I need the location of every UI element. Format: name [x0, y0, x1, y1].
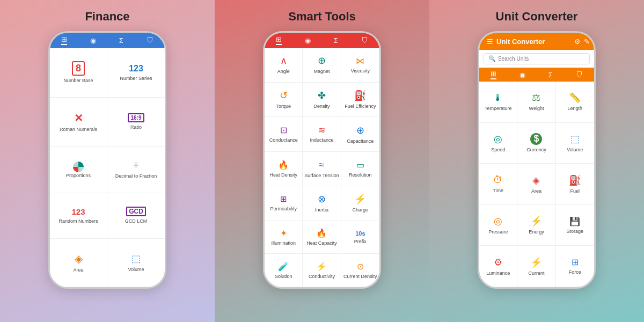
list-item[interactable]: 10s Prefix: [341, 221, 379, 254]
torque-label: Torque: [276, 104, 291, 109]
viscosity-icon: ⋈: [356, 56, 364, 66]
speed-icon: ◎: [494, 133, 502, 145]
volume-label: Volume: [128, 267, 144, 273]
unit-converter-section: Unit Converter ☰ Unit Converter ⚙ ✎ 🔍 ⊞ …: [429, 0, 644, 322]
weight-icon: ⚖: [532, 92, 540, 104]
list-item[interactable]: ⊗ Inertia: [303, 186, 341, 221]
list-item[interactable]: ◎ Pressure: [479, 205, 517, 246]
subtab-compass[interactable]: ◉: [519, 71, 525, 79]
list-item[interactable]: 123 Random Numbers: [50, 193, 107, 238]
list-item[interactable]: ⚙ Luminance: [479, 246, 517, 287]
list-item[interactable]: $ Currency: [517, 123, 555, 164]
inductance-icon: ≋: [318, 125, 325, 135]
prefix-label: Prefix: [354, 239, 367, 245]
list-item[interactable]: ◈ Area: [50, 239, 107, 287]
list-item[interactable]: ▭ Resolution: [341, 152, 379, 186]
list-item[interactable]: ✦ Illumination: [265, 221, 303, 254]
list-item[interactable]: ◎ Speed: [479, 123, 517, 164]
fuel-icon: ⛽: [569, 174, 581, 186]
list-item[interactable]: 📏 Length: [556, 82, 594, 123]
list-item[interactable]: ⚡ Conductivity: [303, 254, 341, 287]
list-item[interactable]: ◈ Area: [517, 164, 555, 205]
list-item[interactable]: ⚡ Current: [517, 246, 555, 287]
number-base-icon: 8: [72, 61, 85, 76]
list-item[interactable]: ⊞ Permeability: [265, 186, 303, 221]
volume-icon-uc: ⬚: [570, 133, 580, 145]
list-item[interactable]: ⊕ Capacitance: [341, 117, 379, 152]
list-item[interactable]: GCD GCD LCM: [107, 193, 165, 238]
temperature-label: Temperature: [485, 106, 512, 112]
heat-capacity-icon: 🔥: [316, 228, 327, 238]
energy-icon: ⚡: [530, 215, 542, 227]
list-item[interactable]: 🔥 Heat Density: [265, 152, 303, 186]
list-item[interactable]: ⊙ Current Density: [341, 254, 379, 287]
temperature-icon: 🌡: [493, 92, 503, 104]
list-item[interactable]: ÷ Decimal to Fraction: [107, 147, 165, 193]
list-item[interactable]: ⛽ Fuel Efficiency: [341, 83, 379, 118]
list-item[interactable]: 🧪 Solution: [265, 254, 303, 287]
list-item[interactable]: 123 Number Series: [107, 48, 165, 98]
list-item[interactable]: ⚡ Energy: [517, 205, 555, 246]
ratio-icon: 16:9: [128, 113, 144, 122]
decimal-fraction-icon: ÷: [134, 160, 139, 171]
random-numbers-label: Random Numbers: [58, 218, 98, 224]
list-item[interactable]: 8 Number Base: [50, 48, 107, 98]
edit-icon[interactable]: ✎: [584, 38, 590, 46]
settings-icon[interactable]: ⚙: [574, 38, 581, 46]
list-item[interactable]: 16:9 Ratio: [107, 98, 165, 146]
unit-converter-phone: ☰ Unit Converter ⚙ ✎ 🔍 ⊞ ◉ Σ ⛉ 🌡 Tempera…: [478, 31, 596, 289]
search-input[interactable]: [498, 56, 585, 62]
illumination-icon: ✦: [280, 228, 287, 238]
list-item[interactable]: 🔥 Heat Capacity: [303, 221, 341, 254]
list-item[interactable]: ⬚ Volume: [107, 239, 165, 287]
search-bar[interactable]: 🔍: [484, 53, 590, 64]
charge-icon: ⚡: [354, 193, 366, 205]
list-item[interactable]: ≋ Inductance: [303, 117, 341, 152]
tab-grid-2[interactable]: ⊞: [276, 35, 282, 45]
angle-label: Angle: [277, 69, 290, 75]
resolution-icon: ▭: [356, 160, 364, 170]
list-item[interactable]: ⚡ Charge: [341, 186, 379, 221]
list-item[interactable]: ∧ Angle: [265, 48, 303, 83]
subtab-sigma[interactable]: Σ: [548, 71, 553, 79]
subtab-grid[interactable]: ⊞: [491, 70, 496, 79]
number-series-icon: 123: [129, 64, 143, 74]
list-item[interactable]: ⬚ Volume: [556, 123, 594, 164]
list-item[interactable]: ⊕ Magnet: [303, 48, 341, 83]
list-item[interactable]: ⋈ Viscosity: [341, 48, 379, 83]
list-item[interactable]: ⛽ Fuel: [556, 164, 594, 205]
list-item[interactable]: 💾 Storage: [556, 205, 594, 246]
volume-icon: ⬚: [131, 253, 141, 265]
list-item[interactable]: ✤ Density: [303, 83, 341, 118]
tab-sigma[interactable]: Σ: [119, 36, 123, 45]
time-icon: ⏱: [493, 174, 503, 186]
tab-bank[interactable]: ⛉: [147, 36, 153, 45]
list-item[interactable]: ↺ Torque: [265, 83, 303, 118]
menu-icon[interactable]: ☰: [487, 38, 493, 46]
list-item[interactable]: ⊡ Conductance: [265, 117, 303, 152]
tab-bank-2[interactable]: ⛉: [361, 36, 368, 45]
tab-grid[interactable]: ⊞: [61, 35, 67, 45]
surface-tension-label: Surface Tension: [304, 173, 339, 179]
list-item[interactable]: ≈ Surface Tension: [303, 152, 341, 186]
pressure-icon: ◎: [494, 215, 502, 227]
subtab-bank[interactable]: ⛉: [576, 71, 583, 79]
tab-compass-2[interactable]: ◉: [305, 36, 311, 45]
finance-section: Finance ⊞ ◉ Σ ⛉ 8 Number Base 123 Number…: [0, 0, 215, 322]
capacitance-icon: ⊕: [356, 125, 364, 136]
list-item[interactable]: Proportions: [50, 147, 107, 193]
list-item[interactable]: 🌡 Temperature: [479, 82, 517, 123]
finance-topbar: ⊞ ◉ Σ ⛉: [50, 33, 165, 48]
capacitance-label: Capacitance: [347, 138, 374, 144]
list-item[interactable]: ⊞ Force: [556, 246, 594, 287]
list-item[interactable]: ✕ Roman Numerals: [50, 98, 107, 146]
viscosity-label: Viscosity: [351, 68, 370, 74]
tab-compass[interactable]: ◉: [90, 36, 96, 45]
list-item[interactable]: ⏱ Time: [479, 164, 517, 205]
force-icon: ⊞: [572, 257, 579, 267]
density-label: Density: [313, 104, 330, 109]
list-item[interactable]: ⚖ Weight: [517, 82, 555, 123]
tab-sigma-2[interactable]: Σ: [334, 36, 338, 45]
random-numbers-icon: 123: [71, 207, 85, 216]
unit-converter-grid: 🌡 Temperature ⚖ Weight 📏 Length ◎ Speed …: [479, 82, 594, 287]
